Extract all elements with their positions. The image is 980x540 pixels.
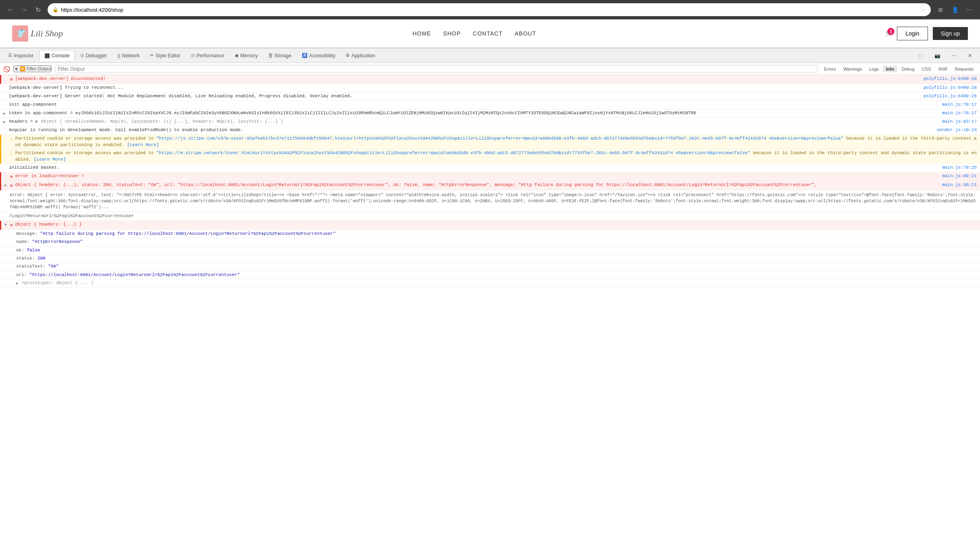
responsive-mode-btn[interactable]: ⬚: [914, 50, 928, 61]
console-text: Object { headers: {...}, status: 200, st…: [15, 182, 934, 188]
source-link[interactable]: polyfills.js:6499:28: [915, 85, 977, 91]
expand-arrow[interactable]: [3, 128, 7, 134]
console-icon: ⬛: [44, 53, 50, 59]
refresh-button[interactable]: ↻: [32, 4, 44, 15]
filter-input[interactable]: [55, 65, 817, 73]
warning-icon: ⚠: [10, 151, 13, 157]
user-profile-icon[interactable]: 👤: [949, 4, 961, 15]
sub-tab-logs[interactable]: Logs: [866, 66, 882, 72]
tab-performance[interactable]: ◷ Performance: [186, 50, 229, 61]
expand-arrow[interactable]: [3, 165, 7, 171]
source-link[interactable]: main.js:78:25: [934, 165, 977, 171]
nav-shop[interactable]: SHOP: [443, 30, 461, 37]
source-link[interactable]: polyfills.js:6499:28: [915, 76, 977, 82]
tab-console[interactable]: ⬛ Console: [39, 50, 75, 61]
login-button[interactable]: Login: [897, 27, 928, 40]
devtools-tab-right-actions: ⬚ 📷 ⋯ ✕: [914, 50, 977, 61]
back-button[interactable]: ←: [5, 4, 16, 15]
console-text: Partitioned cookie or storage access was…: [15, 150, 977, 163]
tab-debugger[interactable]: ⊙ Debugger: [75, 50, 112, 61]
console-row: name: "HttpErrorResponse": [0, 238, 980, 246]
console-text: status: 200: [16, 255, 977, 262]
screenshot-btn[interactable]: 📷: [930, 50, 945, 61]
address-bar[interactable]: 🔒 ☆: [48, 3, 931, 16]
close-devtools-btn[interactable]: ✕: [963, 50, 977, 61]
console-row: /Login?ReturnUrl=%2Fapi%2Faccount%2Fcurr…: [0, 212, 980, 221]
expand-arrow[interactable]: [4, 136, 8, 142]
console-row: status: 200: [0, 255, 980, 263]
console-text: token in app-component = eyJhbGciOiJIUzI…: [9, 110, 934, 116]
cart-icon[interactable]: 🛒 1: [886, 30, 892, 36]
expand-arrow[interactable]: [4, 151, 8, 157]
tab-storage[interactable]: 🗄 Storage: [263, 50, 296, 61]
more-tools-btn[interactable]: ⋯: [947, 50, 961, 61]
clear-console-icon[interactable]: 🚫: [3, 66, 10, 72]
expand-arrow[interactable]: [4, 77, 8, 82]
console-content[interactable]: ⊗ [webpack-dev-server] Disconnected! pol…: [0, 75, 980, 298]
long-html-inner: error: Object { error: SyntaxError, text…: [10, 192, 977, 211]
tab-inspector[interactable]: ☰ Inspector: [3, 50, 38, 61]
sub-tab-css[interactable]: CSS: [919, 66, 934, 72]
expand-arrow[interactable]: [3, 119, 7, 125]
extensions-icon[interactable]: ⊞: [935, 4, 946, 15]
sub-tab-xhr[interactable]: XHR: [935, 66, 951, 72]
source-link[interactable]: main.js:83:17: [934, 119, 977, 125]
source-link[interactable]: vendor.js:10:24: [929, 127, 977, 133]
console-text: statusText: "OK": [16, 264, 977, 270]
sub-tab-warnings[interactable]: Warnings: [840, 66, 865, 72]
logo-text: Lili Shop: [31, 28, 63, 39]
nav-home[interactable]: HOME: [412, 30, 431, 37]
star-icon[interactable]: ☆: [921, 7, 926, 13]
console-row: ⚠ Partitioned cookie or storage access w…: [0, 135, 980, 149]
browser-actions: ⊞ 👤 ⋯: [935, 4, 975, 15]
expand-arrow[interactable]: [16, 281, 20, 287]
site-logo: 👕 Lili Shop: [12, 25, 63, 42]
sub-tab-errors[interactable]: Errors: [821, 66, 839, 72]
tab-application[interactable]: ⚙ Application: [341, 50, 380, 61]
signup-button[interactable]: Sign up: [933, 27, 968, 40]
expand-arrow[interactable]: [4, 222, 8, 228]
nav-buttons: ← → ↻: [5, 4, 44, 15]
performance-icon: ◷: [191, 53, 195, 58]
sub-tab-debug[interactable]: Debug: [898, 66, 917, 72]
sub-tab-requests[interactable]: Requests: [952, 66, 977, 72]
forward-button[interactable]: →: [19, 4, 30, 15]
expand-arrow[interactable]: [4, 174, 8, 180]
expand-arrow[interactable]: [3, 94, 7, 100]
console-text: <prototype>: Object { ... }: [22, 280, 977, 286]
source-link[interactable]: main.js:76:17: [934, 110, 977, 116]
expand-arrow[interactable]: [3, 214, 7, 220]
menu-icon[interactable]: ⋯: [964, 4, 975, 15]
lock-icon: 🔒: [52, 7, 59, 13]
header-actions: 🛒 1 Login Sign up: [886, 27, 968, 40]
console-row: init app-component main.js:70:17: [0, 101, 980, 109]
expand-arrow[interactable]: [3, 86, 7, 91]
console-row: statusText: "OK": [0, 263, 980, 271]
tab-memory[interactable]: ◉ Memory: [230, 50, 263, 61]
console-row: ⚠ Partitioned cookie or storage access w…: [0, 149, 980, 164]
inspector-icon: ☰: [8, 53, 12, 58]
console-row: ok: false: [0, 247, 980, 255]
expand-arrow[interactable]: [4, 183, 8, 188]
console-row: [webpack-dev-server] Server started: Hot…: [0, 92, 980, 101]
console-text: /Login?ReturnUrl=%2Fapi%2Faccount%2Fcurr…: [9, 213, 977, 219]
tab-style-editor[interactable]: ✏ Style Editor: [145, 50, 185, 61]
console-text: initialized basket.: [9, 165, 934, 171]
filter-icon: ▼: [14, 67, 19, 71]
source-link[interactable]: polyfills.js:6499:28: [915, 93, 977, 99]
long-html-block: error: Object { error: SyntaxError, text…: [0, 190, 980, 213]
console-row: ⊗ error in loadCurrentUser = main.js:89:…: [0, 172, 980, 181]
tab-network[interactable]: {} Network: [113, 50, 144, 61]
source-link[interactable]: main.js:89:21: [934, 182, 977, 188]
source-link[interactable]: main.js:70:17: [934, 102, 977, 108]
tab-accessibility[interactable]: ♿ Accessibility: [297, 50, 340, 61]
nav-about[interactable]: ABOUT: [515, 30, 536, 37]
console-text: name: "HttpErrorResponse": [16, 239, 977, 245]
sub-tab-info[interactable]: Info: [883, 66, 897, 72]
expand-arrow[interactable]: [3, 103, 7, 108]
nav-contact[interactable]: CONTACT: [473, 30, 503, 37]
filter-output-button[interactable]: ▼ 🔽 Filter Output: [13, 65, 52, 72]
source-link[interactable]: main.js:89:21: [934, 173, 977, 179]
url-input[interactable]: [61, 7, 919, 13]
expand-arrow[interactable]: [3, 111, 7, 117]
